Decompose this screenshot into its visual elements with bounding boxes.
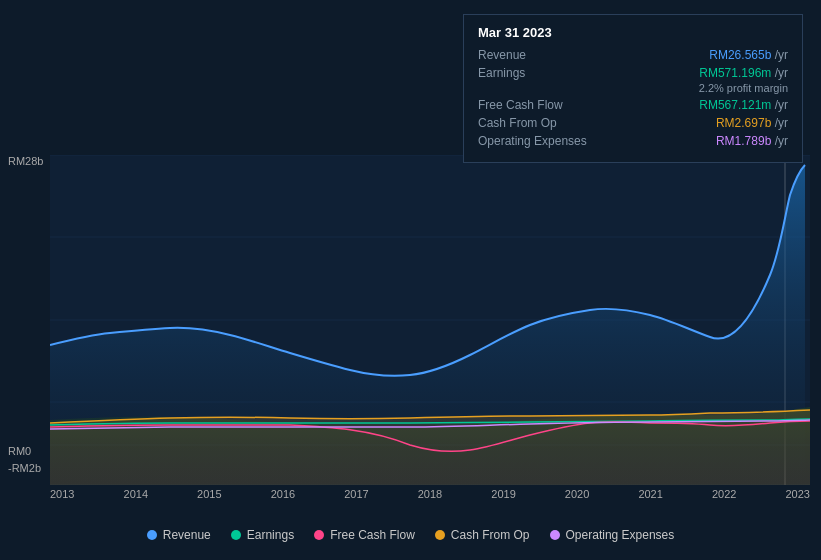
- legend-label-cfo: Cash From Op: [451, 528, 530, 542]
- x-label-2022: 2022: [712, 488, 736, 500]
- tooltip-revenue-label: Revenue: [478, 48, 598, 62]
- tooltip-box: Mar 31 2023 Revenue RM26.565b /yr Earnin…: [463, 14, 803, 163]
- tooltip-opex-row: Operating Expenses RM1.789b /yr: [478, 134, 788, 148]
- tooltip-cfo-value: RM2.697b /yr: [716, 116, 788, 130]
- tooltip-revenue-value: RM26.565b /yr: [709, 48, 788, 62]
- tooltip-earnings-label: Earnings: [478, 66, 598, 80]
- tooltip-title: Mar 31 2023: [478, 25, 788, 40]
- x-label-2016: 2016: [271, 488, 295, 500]
- y-label-bot: -RM2b: [8, 462, 41, 474]
- tooltip-opex-value: RM1.789b /yr: [716, 134, 788, 148]
- x-axis-labels: 2013 2014 2015 2016 2017 2018 2019 2020 …: [50, 488, 810, 500]
- x-label-2019: 2019: [491, 488, 515, 500]
- legend-fcf[interactable]: Free Cash Flow: [314, 528, 415, 542]
- chart-svg: [50, 155, 810, 485]
- tooltip-earnings-row: Earnings RM571.196m /yr: [478, 66, 788, 80]
- tooltip-profit-row: 2.2% profit margin: [478, 82, 788, 94]
- legend-label-opex: Operating Expenses: [566, 528, 675, 542]
- legend-dot-earnings: [231, 530, 241, 540]
- tooltip-opex-label: Operating Expenses: [478, 134, 598, 148]
- tooltip-earnings-value: RM571.196m /yr: [699, 66, 788, 80]
- tooltip-fcf-row: Free Cash Flow RM567.121m /yr: [478, 98, 788, 112]
- tooltip-cfo-label: Cash From Op: [478, 116, 598, 130]
- x-label-2014: 2014: [124, 488, 148, 500]
- legend-dot-revenue: [147, 530, 157, 540]
- x-label-2018: 2018: [418, 488, 442, 500]
- tooltip-fcf-value: RM567.121m /yr: [699, 98, 788, 112]
- tooltip-revenue-row: Revenue RM26.565b /yr: [478, 48, 788, 62]
- y-label-mid: RM0: [8, 445, 31, 457]
- x-label-2023: 2023: [785, 488, 809, 500]
- legend-label-revenue: Revenue: [163, 528, 211, 542]
- y-label-top: RM28b: [8, 155, 43, 167]
- legend-label-fcf: Free Cash Flow: [330, 528, 415, 542]
- legend-label-earnings: Earnings: [247, 528, 294, 542]
- x-label-2015: 2015: [197, 488, 221, 500]
- x-label-2013: 2013: [50, 488, 74, 500]
- legend-dot-opex: [550, 530, 560, 540]
- tooltip-profit-text: 2.2% profit margin: [699, 82, 788, 94]
- chart-legend: Revenue Earnings Free Cash Flow Cash Fro…: [0, 528, 821, 542]
- legend-earnings[interactable]: Earnings: [231, 528, 294, 542]
- legend-cfo[interactable]: Cash From Op: [435, 528, 530, 542]
- x-label-2020: 2020: [565, 488, 589, 500]
- legend-dot-cfo: [435, 530, 445, 540]
- tooltip-cfo-row: Cash From Op RM2.697b /yr: [478, 116, 788, 130]
- legend-dot-fcf: [314, 530, 324, 540]
- legend-opex[interactable]: Operating Expenses: [550, 528, 675, 542]
- tooltip-fcf-label: Free Cash Flow: [478, 98, 598, 112]
- legend-revenue[interactable]: Revenue: [147, 528, 211, 542]
- chart-container: Mar 31 2023 Revenue RM26.565b /yr Earnin…: [0, 0, 821, 560]
- x-label-2021: 2021: [638, 488, 662, 500]
- x-label-2017: 2017: [344, 488, 368, 500]
